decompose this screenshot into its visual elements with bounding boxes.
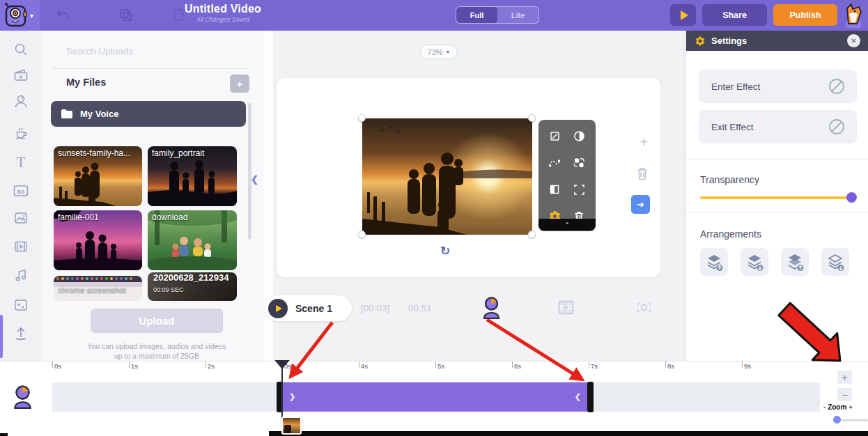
crop-icon[interactable]	[543, 125, 566, 146]
ruler-tick: 1s	[129, 361, 130, 368]
swap-icon[interactable]	[567, 153, 591, 173]
resize-handle-bottom-left[interactable]	[358, 231, 366, 238]
file-thumbnail-video-20200628[interactable]: 20200628_212934 00:09 SEC	[148, 272, 237, 301]
focus-track-icon[interactable]	[636, 300, 652, 315]
mode-full-button[interactable]: Full	[456, 7, 497, 23]
timeline-clip[interactable]: ❯ ❮	[277, 382, 594, 412]
text-tool-glyph: T	[17, 154, 26, 171]
next-scene-button[interactable]: ➔	[631, 195, 650, 214]
upload-tab-icon[interactable]	[12, 324, 30, 342]
backgrounds-icon[interactable]: BG	[12, 182, 30, 200]
scene-name: Scene 1	[295, 303, 332, 314]
enter-effect-card[interactable]: Enter Effect	[699, 70, 857, 103]
fit-icon[interactable]	[567, 179, 591, 200]
send-to-back-button[interactable]	[821, 248, 849, 276]
settings-panel: Settings ✕ Enter Effect Exit Effect Tran…	[686, 31, 868, 361]
animate-icon[interactable]	[543, 153, 566, 173]
bring-forward-button[interactable]	[700, 248, 728, 276]
canvas-zoom-dropdown[interactable]: 73% ▼	[420, 45, 458, 59]
zoom-plus-glyph[interactable]: +	[848, 403, 853, 411]
scene-total-time: 00:51	[408, 303, 432, 313]
bring-to-front-button[interactable]	[781, 248, 809, 276]
video-track-icon[interactable]	[558, 300, 574, 315]
videos-icon[interactable]	[12, 238, 30, 256]
props-icon[interactable]	[12, 123, 30, 141]
exit-effect-card[interactable]: Exit Effect	[699, 110, 857, 143]
characters-icon[interactable]	[12, 93, 30, 111]
text-tool-icon[interactable]: T	[12, 153, 30, 171]
publish-button[interactable]: Publish	[773, 4, 837, 26]
my-files-heading: My Files	[66, 77, 106, 88]
search-uploads-input[interactable]	[66, 46, 240, 56]
add-element-button[interactable]: +	[636, 135, 651, 150]
file-name: 20200628_212934	[153, 272, 228, 283]
rotate-handle[interactable]: ↻	[440, 244, 450, 258]
undo-icon[interactable]	[56, 8, 70, 22]
timeline-zoom-slider-knob[interactable]	[833, 416, 841, 423]
add-folder-button[interactable]: +	[230, 75, 249, 93]
resize-handle-top-left[interactable]	[358, 114, 366, 122]
share-button[interactable]: Share	[702, 4, 767, 26]
character-track-avatar[interactable]	[11, 385, 34, 410]
zoom-minus-glyph[interactable]: -	[823, 403, 826, 411]
ruler-tick: 9s	[742, 361, 743, 368]
top-bar: ▾ Untitled Video All Changes Saved Full …	[0, 0, 868, 31]
timeline: 0s 1s 2s 3s 4s 5s 6s 7s 8s 9s ❯ ❮ + − - …	[0, 361, 868, 436]
scene-play-button[interactable]	[268, 299, 288, 318]
project-title[interactable]: Untitled Video	[160, 3, 286, 15]
selected-image-element[interactable]	[362, 118, 532, 235]
file-thumbnail-chrome-screenshot[interactable]: chrome screenshot	[54, 276, 142, 301]
app-logo-icon	[4, 3, 28, 28]
transparency-slider[interactable]	[700, 196, 852, 199]
app-logo-menu[interactable]: ▾	[0, 0, 40, 31]
clip-trim-handle-right[interactable]	[587, 382, 594, 412]
project-title-block[interactable]: Untitled Video All Changes Saved	[160, 3, 286, 23]
filter-icon[interactable]	[567, 125, 591, 146]
play-icon	[276, 305, 282, 312]
send-backward-button[interactable]	[741, 248, 768, 276]
close-settings-button[interactable]: ✕	[847, 34, 860, 47]
upload-button[interactable]: Upload	[91, 309, 223, 333]
browser-tab-strip	[54, 276, 142, 282]
ruler-tick: 4s	[359, 361, 359, 368]
effects-icon[interactable]	[12, 296, 30, 314]
delete-scene-button[interactable]	[635, 166, 649, 184]
timeline-zoom-out-button[interactable]: −	[837, 388, 852, 401]
upload-hint-line1: You can upload images, audios and videos	[42, 341, 272, 351]
file-thumbnail-sunsets[interactable]: sunsets-family-ha...	[54, 146, 142, 206]
upload-hint: You can upload images, audios and videos…	[42, 341, 272, 361]
folder-my-voice[interactable]: My Voice	[51, 101, 246, 127]
settings-title: Settings	[711, 36, 747, 46]
transparency-slider-knob[interactable]	[846, 192, 857, 203]
panel-scrollbar[interactable]	[248, 103, 251, 240]
bg-tool-glyph: BG	[17, 189, 25, 194]
toolbar-collapse-chevron[interactable]: ⌃	[538, 219, 596, 231]
resize-handle-bottom-right[interactable]	[528, 231, 536, 238]
mode-toggle: Full Lite	[456, 6, 539, 24]
resize-handle-top-right[interactable]	[528, 114, 536, 122]
search-icon[interactable]	[12, 40, 30, 59]
clip-media-thumbnail[interactable]	[281, 416, 302, 435]
file-thumbnail-download[interactable]: download	[148, 210, 237, 270]
timeline-zoom-in-button[interactable]: +	[837, 371, 852, 384]
file-name: sunsets-family-ha...	[58, 148, 139, 158]
divider	[52, 68, 247, 69]
images-icon[interactable]	[12, 209, 30, 227]
user-avatar[interactable]	[840, 3, 865, 29]
scene-pill[interactable]: Scene 1	[265, 295, 352, 321]
bottom-corner-mark	[0, 433, 8, 436]
copy-icon[interactable]	[118, 8, 132, 22]
video-maker-icon[interactable]	[12, 66, 30, 84]
file-thumbnail-familie-001[interactable]: familie-001	[54, 210, 142, 270]
divider	[686, 159, 868, 159]
ruler-tick: 0s	[52, 361, 53, 368]
folder-name: My Voice	[80, 109, 118, 119]
opacity-icon[interactable]	[543, 179, 566, 200]
file-name: download	[152, 212, 234, 222]
character-track-icon[interactable]	[482, 297, 501, 320]
file-thumbnail-family-portrait[interactable]: family_portrait	[148, 146, 237, 206]
collapse-panel-chevron[interactable]: ❮	[251, 174, 258, 185]
music-icon[interactable]	[12, 266, 30, 284]
preview-play-button[interactable]	[670, 4, 696, 26]
mode-lite-button[interactable]: Lite	[497, 7, 538, 23]
